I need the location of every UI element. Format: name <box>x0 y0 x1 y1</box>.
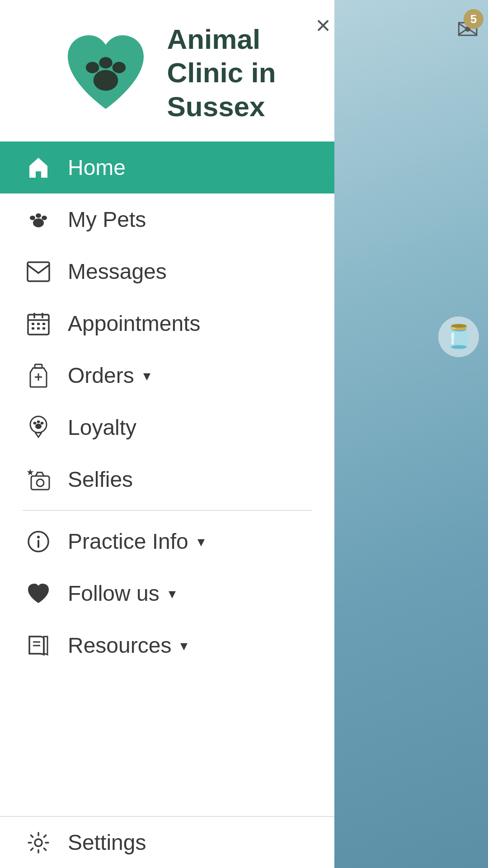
sidebar-item-loyalty[interactable]: Loyalty <box>0 401 334 453</box>
svg-rect-17 <box>37 327 40 330</box>
svg-rect-18 <box>42 327 45 330</box>
sidebar-item-home[interactable]: Home <box>0 142 334 193</box>
sidebar-item-settings[interactable]: Settings <box>0 816 334 868</box>
logo-area: AnimalClinic inSussex <box>0 0 334 142</box>
svg-rect-13 <box>32 323 34 325</box>
svg-point-25 <box>37 420 40 423</box>
svg-rect-28 <box>31 476 49 490</box>
selfies-label: Selfies <box>68 467 133 492</box>
nav-divider <box>0 510 334 511</box>
nav-list: Home My Pets Messages <box>0 142 334 816</box>
svg-rect-8 <box>28 262 49 281</box>
resources-chevron: ▾ <box>180 637 188 654</box>
practice-info-label: Practice Info ▾ <box>68 529 205 554</box>
heart-icon <box>23 582 54 605</box>
home-icon <box>23 156 54 179</box>
messages-label: Messages <box>68 259 167 284</box>
svg-point-4 <box>33 218 44 227</box>
svg-rect-14 <box>37 323 40 325</box>
svg-point-6 <box>36 213 41 218</box>
sidebar-item-resources[interactable]: Resources ▾ <box>0 619 334 671</box>
loyalty-icon <box>23 415 54 441</box>
svg-point-29 <box>37 479 44 486</box>
svg-point-0 <box>94 70 118 90</box>
orders-chevron: ▾ <box>143 367 150 384</box>
sidebar-item-my-pets[interactable]: My Pets <box>0 193 334 245</box>
svg-point-23 <box>35 424 42 429</box>
svg-point-2 <box>99 57 113 68</box>
svg-point-32 <box>37 536 40 538</box>
appointments-label: Appointments <box>68 311 201 336</box>
svg-point-7 <box>42 216 47 220</box>
info-icon <box>23 530 54 553</box>
close-button[interactable]: × <box>307 9 339 41</box>
sidebar-item-selfies[interactable]: Selfies <box>0 453 334 505</box>
svg-point-1 <box>86 61 99 73</box>
loyalty-label: Loyalty <box>68 415 136 440</box>
sidebar-item-orders[interactable]: Orders ▾ <box>0 349 334 401</box>
practice-info-chevron: ▾ <box>197 533 205 550</box>
notification-badge: 5 <box>464 9 483 29</box>
svg-point-24 <box>33 422 37 425</box>
svg-point-35 <box>35 839 42 846</box>
svg-rect-16 <box>32 327 34 330</box>
sidebar-item-appointments[interactable]: Appointments <box>0 297 334 349</box>
book-icon <box>23 634 54 657</box>
settings-label: Settings <box>68 830 146 855</box>
logo-heart <box>58 26 153 121</box>
resources-label: Resources ▾ <box>68 633 188 658</box>
sidebar-item-follow-us[interactable]: Follow us ▾ <box>0 567 334 619</box>
svg-point-5 <box>30 216 35 220</box>
sidebar-item-practice-info[interactable]: Practice Info ▾ <box>0 515 334 567</box>
paw-icon <box>23 208 54 231</box>
bottle-icon <box>23 363 54 388</box>
decorative-circle: 🫙 <box>438 316 479 357</box>
orders-label: Orders ▾ <box>68 363 150 388</box>
sidebar-item-messages[interactable]: Messages <box>0 245 334 297</box>
svg-rect-15 <box>42 323 45 325</box>
notification-area: ✉ 5 <box>456 14 479 45</box>
my-pets-label: My Pets <box>68 207 146 232</box>
home-label: Home <box>68 155 126 180</box>
svg-point-3 <box>113 61 126 73</box>
gear-icon <box>23 831 54 854</box>
envelope-icon <box>23 261 54 282</box>
app-title: AnimalClinic inSussex <box>167 23 276 123</box>
camera-star-icon <box>23 468 54 491</box>
calendar-icon <box>23 312 54 335</box>
follow-us-label: Follow us ▾ <box>68 581 176 606</box>
svg-point-26 <box>41 422 44 425</box>
navigation-drawer: × AnimalClinic inSussex <box>0 0 334 868</box>
follow-us-chevron: ▾ <box>169 585 176 602</box>
